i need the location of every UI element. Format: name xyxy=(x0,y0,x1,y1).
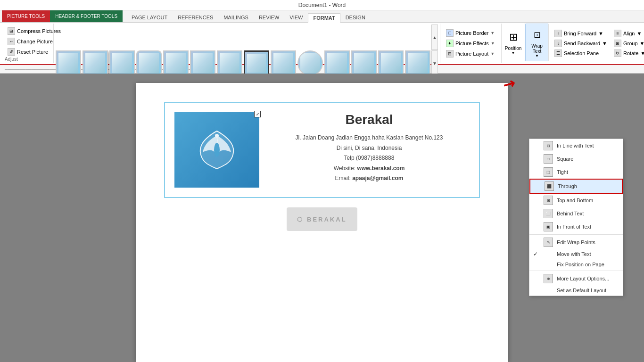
behind-check xyxy=(533,210,540,217)
position-arrow: ▼ xyxy=(512,51,515,55)
tab-references[interactable]: REFERENCES xyxy=(173,13,218,22)
tab-header-footer[interactable]: HEADER & FOOTER TOOLS xyxy=(50,10,123,22)
menu-item-move-text[interactable]: ✓ Move with Text xyxy=(529,249,623,259)
menu-item-through[interactable]: ⬛ Through xyxy=(529,179,623,194)
menu-item-more-layout[interactable]: ⊕ More Layout Options... xyxy=(529,272,623,285)
style-thumb-14[interactable] xyxy=(405,50,430,76)
doc-logo[interactable]: ⤢ xyxy=(174,112,259,188)
style-thumbs-list xyxy=(56,50,430,76)
svg-point-1 xyxy=(215,134,219,138)
menu-item-square[interactable]: □ Square xyxy=(529,152,623,165)
bring-forward-icon: ↑ xyxy=(554,30,562,37)
menu-item-set-default[interactable]: Set as Default Layout xyxy=(529,285,623,296)
menu-item-tight[interactable]: ⬚ Tight xyxy=(529,165,623,179)
watermark-stamp: ⬡ BERAKAL xyxy=(287,207,357,231)
wrap-text-icon: ⊡ xyxy=(529,27,545,42)
separator-2 xyxy=(529,271,623,271)
rotate-btn[interactable]: ↻ Rotate ▼ xyxy=(611,49,644,58)
send-backward-btn[interactable]: ↓ Send Backward ▼ xyxy=(552,39,610,48)
style-thumb-7[interactable] xyxy=(217,50,242,76)
menu-item-inline[interactable]: ⊟ In Line with Text xyxy=(529,139,623,152)
align-btn[interactable]: ≡ Align ▼ xyxy=(611,29,644,38)
doc-text: Berakal Jl. Jalan Doang Jadian Engga hah… xyxy=(269,112,470,184)
wrap-text-btn[interactable]: ⊡ Wrap Text ▼ xyxy=(525,24,549,61)
inline-label: In Line with Text xyxy=(557,143,594,148)
tight-label: Tight xyxy=(557,169,568,175)
email-line: Email: apaaja@gmail.com xyxy=(269,173,470,184)
bring-forward-btn[interactable]: ↑ Bring Forward ▼ xyxy=(552,29,610,38)
style-thumb-1[interactable] xyxy=(56,50,81,76)
style-thumb-3[interactable] xyxy=(109,50,135,76)
tab-review[interactable]: REVIEW xyxy=(254,13,284,22)
company-name: Berakal xyxy=(269,112,470,127)
picture-layout-btn[interactable]: ⊟ Picture Layout ▼ xyxy=(443,49,498,58)
picture-effects-btn[interactable]: ✦ Picture Effects ▼ xyxy=(443,39,498,48)
style-thumb-11[interactable] xyxy=(324,50,350,76)
menu-item-front[interactable]: ▣ In Front of Text xyxy=(529,220,623,233)
through-icon: ⬛ xyxy=(545,181,554,191)
change-pic-icon: ↔ xyxy=(8,38,15,45)
square-label: Square xyxy=(557,156,573,162)
edit-points-icon: ✎ xyxy=(544,238,553,247)
address-line: Jl. Jalan Doang Jadian Engga haha Kasian… xyxy=(269,133,470,143)
main-area: ⤢ Berakal Jl. Jalan Doang Jadian Engga h… xyxy=(0,74,644,362)
style-thumb-4[interactable] xyxy=(136,50,162,76)
tab-picture-tools[interactable]: PICTURE TOOLS xyxy=(2,10,50,22)
set-default-label: Set as Default Layout xyxy=(557,288,606,293)
move-text-label: Move with Text xyxy=(557,251,591,257)
website-line: Website: www.berakal.com xyxy=(269,164,470,174)
picture-styles-group: ▲ ▼ ▾ Picture Styles xyxy=(54,24,440,63)
picture-border-btn[interactable]: □ Picture Border ▼ xyxy=(443,28,498,38)
behind-label: Behind Text xyxy=(557,211,584,216)
more-layout-icon: ⊕ xyxy=(544,274,553,283)
selection-handle[interactable]: ⤢ xyxy=(254,111,261,117)
behind-icon: ⬜ xyxy=(544,209,553,218)
arrange-col-2: ≡ Align ▼ ⊞ Group ▼ ↻ Rotate ▼ xyxy=(611,29,644,58)
position-icon: ⊞ xyxy=(506,30,521,45)
style-thumb-10[interactable] xyxy=(297,50,323,76)
watermark-area: ⬡ BERAKAL xyxy=(164,207,480,231)
style-thumb-9[interactable] xyxy=(271,50,296,76)
style-thumb-5[interactable] xyxy=(163,50,189,76)
fix-position-label: Fix Position on Page xyxy=(557,262,604,267)
group-icon: ⊞ xyxy=(614,40,621,47)
fix-position-check xyxy=(533,261,540,268)
reset-icon: ↺ xyxy=(8,48,15,56)
selection-pane-icon: ☰ xyxy=(554,49,562,57)
style-thumb-13[interactable] xyxy=(378,50,404,76)
phone-line: Telp (0987)8888888 xyxy=(269,153,470,164)
menu-item-top-bottom[interactable]: ⊞ Top and Bottom xyxy=(529,194,623,207)
tab-view[interactable]: VIEW xyxy=(284,13,308,22)
menu-item-edit-points[interactable]: ✎ Edit Wrap Points xyxy=(529,236,623,249)
style-thumb-2[interactable] xyxy=(83,50,108,76)
send-backward-icon: ↓ xyxy=(554,40,562,47)
tab-mailings[interactable]: MAILINGS xyxy=(218,13,254,22)
layout-arrow: ▼ xyxy=(490,51,495,56)
menu-item-behind[interactable]: ⬜ Behind Text xyxy=(529,207,623,220)
ribbon-tabs-row: PICTURE TOOLS HEADER & FOOTER TOOLS PAGE… xyxy=(0,10,644,23)
arrange-col-1: ↑ Bring Forward ▼ ↓ Send Backward ▼ ☰ Se… xyxy=(552,29,610,58)
scroll-down-arrow[interactable]: ▼ xyxy=(431,50,438,76)
adjust-group: ⊞ Compress Pictures ↔ Change Picture ↺ R… xyxy=(2,24,54,63)
menu-item-fix-position[interactable]: Fix Position on Page xyxy=(529,259,623,270)
edit-points-check xyxy=(533,239,540,246)
group-btn[interactable]: ⊞ Group ▼ xyxy=(611,39,644,48)
logo-svg xyxy=(193,126,240,173)
selection-pane-btn[interactable]: ☰ Selection Pane xyxy=(552,49,610,58)
style-thumb-12[interactable] xyxy=(351,50,377,76)
set-default-check xyxy=(533,287,540,294)
top-bottom-icon: ⊞ xyxy=(544,196,553,205)
tab-design[interactable]: DESIGN xyxy=(340,13,371,22)
more-layout-label: More Layout Options... xyxy=(557,276,609,281)
border-arrow: ▼ xyxy=(490,31,495,35)
title-text: Document1 - Word xyxy=(298,2,346,8)
through-check xyxy=(534,183,541,189)
tab-page-layout[interactable]: PAGE LAYOUT xyxy=(126,13,173,22)
front-icon: ▣ xyxy=(544,222,553,231)
tab-format[interactable]: FORMAT xyxy=(308,13,340,23)
style-thumb-6[interactable] xyxy=(190,50,215,76)
scroll-up-arrow[interactable]: ▲ xyxy=(431,25,438,50)
move-text-check: ✓ xyxy=(533,251,540,257)
position-btn[interactable]: ⊞ Position ▼ xyxy=(502,24,525,61)
style-thumb-8[interactable] xyxy=(244,50,269,76)
